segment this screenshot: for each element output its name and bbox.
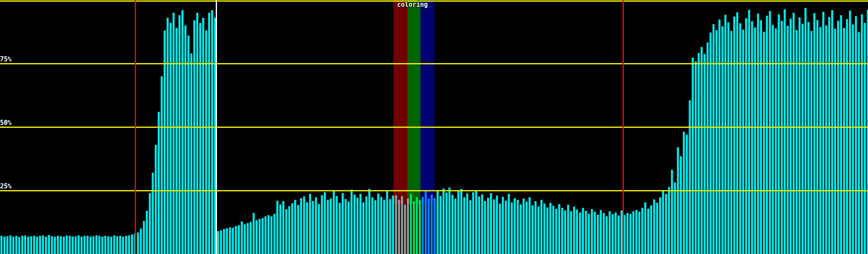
- y-axis-label-25: 25%: [0, 183, 11, 190]
- y-axis-label-75: 75%: [0, 56, 11, 63]
- y-axis-label-50: 50%: [0, 120, 11, 126]
- coloring-label: coloring: [397, 2, 428, 8]
- histogram-scope: 75% 50% 25% coloring: [0, 0, 868, 254]
- labels-layer: 75% 50% 25% coloring: [0, 0, 868, 254]
